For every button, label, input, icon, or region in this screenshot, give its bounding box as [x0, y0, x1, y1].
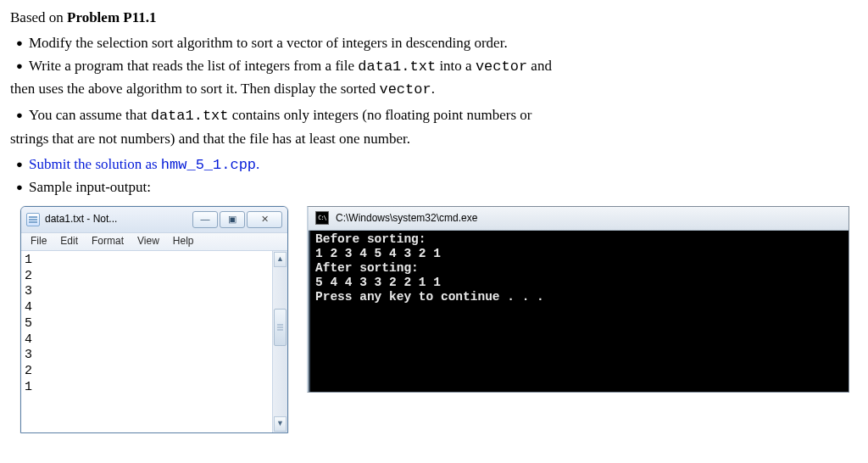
text-span: .: [256, 156, 259, 172]
cmd-icon: C:\: [315, 211, 329, 225]
text-span: contains only integers (no floating poin…: [229, 107, 532, 123]
notepad-body: 1 2 3 4 5 4 3 2 1 ▲ ▼: [21, 251, 287, 432]
cmd-titlebar[interactable]: C:\ C:\Windows\system32\cmd.exe: [309, 207, 849, 231]
heading: Based on Problem P11.1: [10, 7, 858, 29]
menu-file[interactable]: File: [25, 232, 53, 251]
scroll-up-button[interactable]: ▲: [274, 252, 287, 267]
maximize-button[interactable]: ▣: [220, 211, 245, 228]
problem-text: Based on Problem P11.1 ● Modify the sele…: [10, 7, 858, 199]
bullet-dot: ●: [10, 32, 29, 54]
bullet-3: ● You can assume that data1.txt contains…: [10, 104, 858, 127]
code-span: vector: [476, 59, 527, 75]
text-span: then uses the above algorithm to sort it…: [10, 81, 379, 97]
heading-bold: Problem P11.1: [67, 9, 156, 25]
minimize-button[interactable]: ―: [192, 211, 218, 228]
bullet-3-cont: strings that are not numbers) and that t…: [10, 128, 858, 150]
bullet-1: ● Modify the selection sort algorithm to…: [10, 32, 858, 54]
notepad-menubar: File Edit Format View Help: [21, 232, 287, 251]
bullet-dot: ●: [10, 153, 29, 176]
heading-prefix: Based on: [10, 9, 67, 25]
close-button[interactable]: ✕: [247, 211, 282, 228]
bullet-2-cont: then uses the above algorithm to sort it…: [10, 78, 858, 101]
text-span: You can assume that: [29, 107, 151, 123]
window-buttons: ― ▣ ✕: [192, 211, 282, 228]
text-span: Write a program that reads the list of i…: [29, 58, 358, 74]
menu-edit[interactable]: Edit: [54, 232, 84, 251]
menu-help[interactable]: Help: [167, 232, 200, 251]
bullet-1-text: Modify the selection sort algorithm to s…: [29, 32, 858, 54]
code-span: data1.txt: [358, 59, 436, 75]
bullet-5-text: Sample input-output:: [29, 176, 858, 198]
sample-area: data1.txt - Not... ― ▣ ✕ File Edit Forma…: [10, 206, 858, 433]
text-span: .: [431, 81, 435, 97]
cmd-window: C:\ C:\Windows\system32\cmd.exe Before s…: [307, 206, 849, 393]
notepad-window: data1.txt - Not... ― ▣ ✕ File Edit Forma…: [20, 206, 288, 433]
submit-text: Submit the solution as: [29, 156, 161, 172]
code-span: vector: [379, 81, 431, 98]
scroll-track[interactable]: [273, 268, 287, 416]
scroll-down-button[interactable]: ▼: [274, 416, 287, 432]
notepad-titlebar[interactable]: data1.txt - Not... ― ▣ ✕: [21, 207, 287, 232]
scroll-thumb[interactable]: [274, 309, 287, 346]
text-span: into a: [436, 58, 476, 74]
submit-filename: hmw_5_1.cpp: [161, 157, 256, 173]
text-span: and: [527, 58, 552, 74]
cmd-output[interactable]: Before sorting: 1 2 3 4 5 4 3 2 1 After …: [309, 231, 849, 392]
bullet-dot: ●: [10, 176, 29, 198]
bullet-4: ● Submit the solution as hmw_5_1.cpp.: [10, 153, 858, 176]
scrollbar[interactable]: ▲ ▼: [272, 251, 287, 432]
cmd-title: C:\Windows\system32\cmd.exe: [336, 210, 842, 226]
bullet-dot: ●: [10, 104, 29, 127]
code-span: data1.txt: [151, 108, 229, 124]
notepad-icon: [26, 213, 40, 226]
notepad-title: data1.txt - Not...: [45, 211, 187, 227]
bullet-dot: ●: [10, 55, 29, 78]
bullet-5: ● Sample input-output:: [10, 176, 858, 198]
menu-view[interactable]: View: [131, 232, 165, 251]
menu-format[interactable]: Format: [86, 232, 130, 251]
notepad-text[interactable]: 1 2 3 4 5 4 3 2 1: [21, 251, 272, 432]
bullet-2: ● Write a program that reads the list of…: [10, 55, 858, 78]
